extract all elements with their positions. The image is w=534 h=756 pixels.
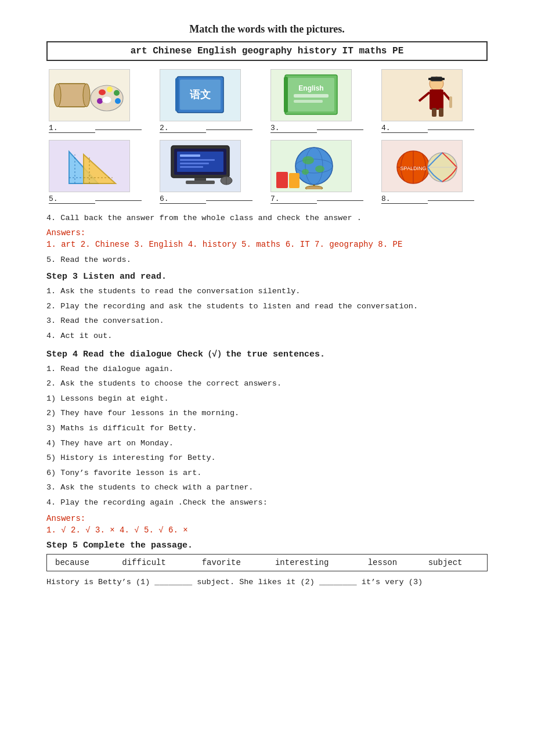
svg-rect-39 — [180, 159, 215, 161]
svg-line-22 — [419, 92, 430, 101]
picture-label-8: 8. — [381, 195, 474, 204]
picture-label-6: 6. — [160, 195, 252, 204]
svg-text:English: English — [298, 84, 323, 92]
passage-text: History is Betty’s (1) ________ subject.… — [46, 576, 488, 589]
svg-point-50 — [315, 165, 324, 172]
word-bank-word-6: subject — [420, 554, 488, 571]
svg-text:语文: 语文 — [190, 89, 211, 100]
picture-cell-3: English 3. — [268, 67, 377, 135]
svg-rect-38 — [180, 154, 200, 157]
svg-rect-54 — [276, 172, 288, 188]
picture-cell-8: SPALDING 8. — [379, 138, 488, 206]
answers-label-2: Answers: — [46, 514, 488, 523]
svg-point-1 — [54, 84, 61, 107]
svg-point-2 — [83, 84, 90, 107]
answers-label-1: Answers: — [46, 228, 488, 237]
step5-heading: Step 5 Complete the passage. — [46, 541, 488, 550]
step4-item-5a: 5) History is interesting for Betty. — [46, 452, 488, 465]
word-bank-word-5: lesson — [360, 554, 420, 571]
step3-item-2: 2. Play the recording and ask the studen… — [46, 300, 488, 313]
step4-item-3a: 3) Maths is difficult for Betty. — [46, 422, 488, 435]
step3-item-4: 4. Act it out. — [46, 330, 488, 343]
word-bank-word-3: favorite — [194, 554, 267, 571]
svg-rect-18 — [294, 100, 323, 103]
word-box: art Chinese English geography history IT… — [46, 41, 488, 61]
picture-img-7 — [270, 140, 352, 192]
picture-label-1: 1. — [49, 124, 142, 133]
step4-item-3: 3. Ask the students to check with a part… — [46, 481, 488, 494]
word-bank-word-1: because — [47, 554, 114, 571]
svg-point-46 — [295, 147, 333, 185]
svg-point-7 — [115, 98, 121, 104]
svg-rect-40 — [180, 163, 209, 164]
instruction-4: 4. Call back the answer from the whole c… — [46, 212, 488, 225]
svg-rect-0 — [57, 84, 86, 107]
picture-img-2: 语文 — [160, 69, 241, 121]
svg-point-49 — [302, 156, 314, 164]
picture-cell-5: 5. — [46, 138, 155, 206]
picture-label-5: 5. — [49, 195, 142, 204]
step4-item-4: 4. Play the recording again .Check the a… — [46, 496, 488, 509]
step3-item-3: 3. Read the conversation. — [46, 315, 488, 327]
svg-rect-27 — [428, 78, 445, 80]
picture-grid: 1. 语文 2. English 3 — [46, 67, 488, 206]
svg-point-51 — [302, 169, 309, 175]
picture-label-7: 7. — [270, 195, 363, 204]
step3-item-1: 1. Ask the students to read the conversa… — [46, 285, 488, 298]
svg-rect-17 — [294, 94, 329, 98]
step4-item-6a: 6) Tony’s favorite lesson is art. — [46, 467, 488, 480]
svg-rect-55 — [289, 173, 300, 188]
picture-img-8: SPALDING — [381, 140, 463, 192]
svg-point-6 — [114, 90, 120, 96]
picture-cell-4: 4. — [379, 67, 488, 135]
picture-img-4 — [381, 69, 463, 121]
svg-point-9 — [102, 96, 111, 103]
word-bank-table: because difficult favorite interesting l… — [46, 554, 488, 571]
picture-img-3: English — [270, 69, 352, 121]
word-bank-word-2: difficult — [114, 554, 193, 571]
svg-rect-41 — [180, 166, 203, 168]
step4-item-1: 1. Read the dialogue again. — [46, 363, 488, 376]
svg-rect-28 — [449, 96, 452, 108]
svg-marker-32 — [84, 154, 116, 183]
svg-point-53 — [305, 186, 323, 189]
step3-heading: Step 3 Listen and read. — [46, 272, 488, 282]
svg-text:SPALDING: SPALDING — [400, 165, 427, 171]
answers-content-1: 1. art 2. Chinese 3. English 4. history … — [46, 240, 488, 249]
svg-rect-21 — [430, 89, 443, 110]
picture-img-1 — [49, 69, 130, 121]
instruction-5: 5. Read the words. — [46, 254, 488, 267]
picture-label-2: 2. — [160, 124, 252, 133]
step4-heading: Step 4 Read the dialogue Check（√）the tru… — [46, 348, 488, 359]
svg-point-4 — [99, 89, 106, 95]
picture-label-4: 4. — [381, 124, 474, 133]
page-title: Match the words with the pictures. — [46, 23, 488, 35]
word-bank-word-4: interesting — [267, 554, 360, 571]
svg-point-8 — [97, 98, 103, 104]
picture-cell-6: 6. — [157, 138, 266, 206]
answers-content-2: 1. √ 2. √ 3. × 4. √ 5. √ 6. × — [46, 525, 488, 535]
svg-rect-13 — [175, 78, 179, 111]
picture-cell-7: 7. — [268, 138, 377, 206]
picture-cell-2: 语文 2. — [157, 67, 266, 135]
svg-rect-24 — [432, 108, 436, 117]
picture-cell-1: 1. — [46, 67, 155, 135]
svg-rect-43 — [186, 181, 215, 184]
picture-img-5 — [49, 140, 130, 192]
step4-item-2: 2. Ask the students to choose the correc… — [46, 377, 488, 390]
svg-rect-25 — [439, 108, 443, 117]
step4-item-4a: 4) They have art on Monday. — [46, 437, 488, 450]
svg-point-5 — [107, 87, 113, 92]
svg-rect-19 — [284, 77, 288, 113]
step4-item-2a: 2) They have four lessons in the morning… — [46, 407, 488, 420]
picture-label-3: 3. — [270, 124, 363, 133]
picture-img-6 — [160, 140, 241, 192]
step4-item-1a: 1) Lessons begin at eight. — [46, 393, 488, 405]
